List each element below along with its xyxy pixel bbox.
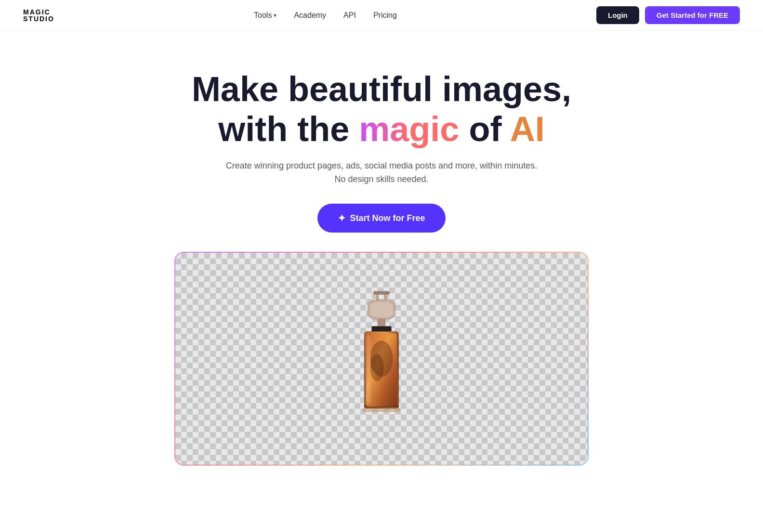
svg-marker-4 (370, 302, 393, 317)
nav-item-academy[interactable]: Academy (294, 11, 326, 20)
svg-point-11 (370, 354, 384, 381)
navbar: MAGIC STUDIO Tools ▾ Academy API Pricing… (0, 0, 763, 31)
nav-links: Tools ▾ Academy API Pricing (254, 11, 397, 20)
hero-ai-word: AI (510, 110, 545, 148)
nav-actions: Login Get Started for FREE (596, 6, 740, 24)
logo-studio-text: STUDIO (23, 15, 54, 23)
nav-tools-link[interactable]: Tools (254, 11, 272, 20)
hero-magic-word: magic (359, 110, 459, 148)
login-button[interactable]: Login (596, 6, 639, 24)
logo[interactable]: MAGIC STUDIO (23, 8, 54, 23)
hero-title-line1: Make beautiful images, (192, 70, 571, 108)
start-now-label: Start Now for Free (350, 213, 425, 223)
get-started-button[interactable]: Get Started for FREE (645, 6, 740, 24)
svg-rect-12 (366, 335, 370, 403)
hero-title-line2-start: with the (218, 110, 359, 148)
nav-item-tools[interactable]: Tools ▾ (254, 11, 276, 20)
sparkle-icon: ✦ (338, 212, 346, 224)
hero-subtitle: Create winning product pages, ads, socia… (226, 159, 537, 187)
start-now-button[interactable]: ✦ Start Now for Free (317, 204, 445, 233)
hero-subtitle-line1: Create winning product pages, ads, socia… (226, 161, 537, 170)
svg-rect-5 (378, 319, 386, 326)
svg-rect-6 (371, 326, 391, 332)
checkerboard-background (175, 253, 588, 465)
chevron-down-icon: ▾ (274, 12, 276, 19)
nav-pricing-link[interactable]: Pricing (373, 11, 397, 19)
nav-api-link[interactable]: API (343, 11, 356, 19)
hero-section: Make beautiful images, with the magic of… (0, 31, 763, 485)
nav-item-pricing[interactable]: Pricing (373, 11, 397, 20)
hero-subtitle-line2: No design skills needed. (334, 174, 428, 184)
demo-area (174, 252, 589, 466)
nav-item-api[interactable]: API (343, 11, 356, 20)
svg-rect-0 (373, 291, 390, 295)
perfume-bottle-image (333, 286, 430, 431)
svg-rect-13 (363, 407, 401, 412)
hero-of-word: of (459, 110, 510, 148)
nav-academy-link[interactable]: Academy (294, 11, 326, 19)
hero-title: Make beautiful images, with the magic of… (192, 69, 571, 149)
